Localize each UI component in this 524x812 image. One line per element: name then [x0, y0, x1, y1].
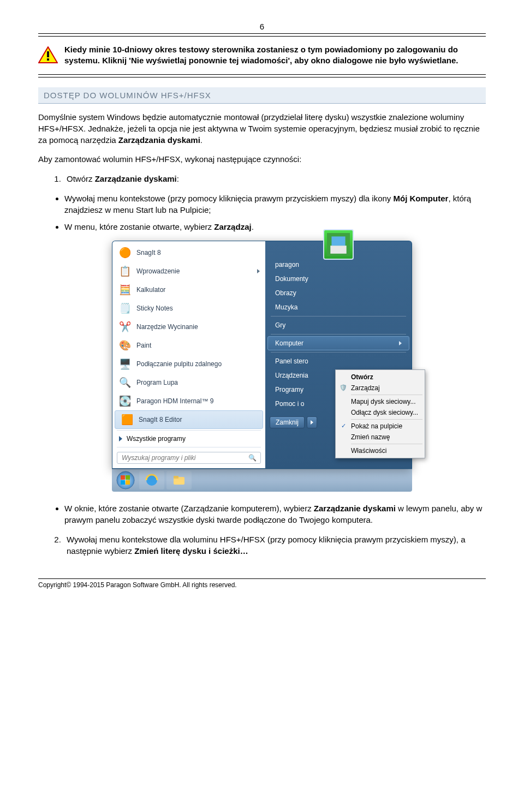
label: Wszystkie programy	[127, 435, 186, 443]
start-menu-screenshot: 🟠SnagIt 8 📋Wprowadzenie 🧮Kalkulator 🗒️St…	[112, 241, 412, 492]
app-icon: 🟠	[118, 246, 132, 260]
svg-rect-10	[126, 480, 130, 485]
start-menu-left: 🟠SnagIt 8 📋Wprowadzenie 🧮Kalkulator 🗒️St…	[112, 241, 265, 468]
divider	[38, 77, 486, 77]
pictures-link[interactable]: Obrazy	[267, 286, 409, 300]
section-header: DOSTĘP DO WOLUMINÓW HFS+/HFSX	[38, 87, 486, 104]
search-input[interactable]	[117, 452, 261, 464]
start-menu-item[interactable]: ✂️Narzędzie Wycinanie	[112, 318, 265, 336]
divider	[38, 74, 486, 75]
label: Kalkulator	[136, 286, 165, 294]
context-menu-disconnect-drive[interactable]: Odłącz dysk sieciowy...	[337, 407, 424, 418]
text-bold: Zarządzania dyskami	[118, 135, 200, 145]
text-bold: Zarządzanie dyskami	[95, 174, 177, 183]
text-bold: Zarządzaj	[214, 222, 251, 231]
text: Domyślnie system Windows będzie automaty…	[38, 112, 480, 145]
text-bold: Mój Komputer	[394, 194, 449, 203]
bullet-item: W menu, które zostanie otwarte, wybierz …	[64, 221, 486, 232]
paint-icon: 🎨	[118, 338, 132, 353]
divider	[271, 316, 406, 317]
control-panel-link[interactable]: Panel stero	[267, 354, 409, 368]
shutdown-button[interactable]: Zamknij	[270, 416, 305, 428]
paragraph: Domyślnie system Windows będzie automaty…	[38, 111, 486, 146]
label: Zarządzaj	[351, 384, 380, 392]
all-programs[interactable]: Wszystkie programy	[112, 432, 265, 446]
taskbar	[112, 469, 412, 492]
documents-link[interactable]: Dokumenty	[267, 272, 409, 286]
magnifier-icon: 🔍	[118, 375, 132, 390]
warning-callout: Kiedy minie 10-dniowy okres testowy ster…	[38, 39, 486, 72]
text-bold: Zmień literę dysku i ścieżki…	[134, 546, 248, 556]
divider	[38, 33, 486, 34]
shutdown-options-button[interactable]	[307, 416, 317, 428]
check-icon: ✓	[339, 422, 348, 431]
remote-desktop-icon: 🖥️	[118, 357, 132, 371]
context-menu-properties[interactable]: Właściwości	[337, 445, 424, 456]
user-picture[interactable]	[323, 229, 354, 260]
svg-rect-5	[331, 236, 345, 246]
footer-copyright: Copyright© 1994-2015 Paragon Software Gm…	[38, 578, 486, 589]
chevron-right-icon	[311, 420, 313, 425]
divider	[117, 430, 261, 431]
svg-rect-4	[330, 246, 346, 254]
start-menu-item[interactable]: 💽Paragon HDM Internal™ 9	[112, 392, 265, 410]
scissors-icon: ✂️	[118, 320, 132, 334]
start-button[interactable]	[114, 470, 137, 490]
app-icon: 📋	[118, 264, 132, 278]
context-menu-map-drive[interactable]: Mapuj dysk sieciowy...	[337, 396, 424, 407]
label: SnagIt 8	[136, 249, 161, 256]
start-menu-item[interactable]: 🔍Program Lupa	[112, 373, 265, 392]
app-icon: 💽	[118, 394, 132, 408]
start-menu-item[interactable]: 🖥️Podłączanie pulpitu zdalnego	[112, 355, 265, 373]
warning-text: Kiedy minie 10-dniowy okres testowy ster…	[64, 44, 486, 67]
context-menu-rename[interactable]: Zmień nazwę	[337, 432, 424, 443]
label: Pokaż na pulpicie	[351, 422, 402, 430]
divider	[271, 334, 406, 335]
computer-link[interactable]: Komputer	[267, 336, 409, 350]
app-icon: 🟧	[120, 413, 134, 427]
calculator-icon: 🧮	[118, 283, 132, 297]
start-menu-item[interactable]: 📋Wprowadzenie	[112, 262, 265, 280]
context-menu-open[interactable]: Otwórz	[337, 372, 424, 383]
text-bold: Zarządzanie dyskami	[314, 504, 396, 513]
text: .	[200, 135, 203, 145]
svg-rect-2	[47, 58, 49, 61]
svg-rect-9	[121, 480, 125, 485]
divider	[117, 447, 261, 447]
label: Komputer	[275, 339, 303, 347]
warning-icon	[38, 46, 58, 64]
start-menu-item[interactable]: 🧮Kalkulator	[112, 280, 265, 299]
label: Program Lupa	[136, 379, 178, 386]
text: .	[252, 222, 254, 231]
context-menu-show-desktop[interactable]: ✓Pokaż na pulpicie	[337, 421, 424, 432]
context-menu: Otwórz 🛡️Zarządzaj Mapuj dysk sieciowy..…	[335, 369, 425, 458]
divider	[38, 36, 486, 37]
start-menu-item-highlighted[interactable]: 🟧SnagIt 8 Editor	[115, 410, 263, 429]
context-menu-manage[interactable]: 🛡️Zarządzaj	[337, 383, 424, 393]
divider	[351, 444, 422, 444]
label: Podłączanie pulpitu zdalnego	[136, 360, 222, 368]
taskbar-ie-button[interactable]	[139, 471, 164, 489]
label: Paint	[136, 342, 151, 349]
divider	[351, 419, 422, 420]
step-2: Wywołaj menu kontekstowe dla woluminu HF…	[63, 534, 486, 557]
svg-rect-7	[121, 475, 125, 480]
music-link[interactable]: Muzyka	[267, 300, 409, 314]
bullet-item: W oknie, które zostanie otwarte (Zarządz…	[64, 503, 486, 526]
svg-rect-8	[126, 475, 130, 480]
label: Narzędzie Wycinanie	[136, 323, 198, 331]
start-menu-item[interactable]: 🟠SnagIt 8	[112, 243, 265, 262]
notes-icon: 🗒️	[118, 301, 132, 315]
text: Wywołaj menu kontekstowe (przy pomocy kl…	[64, 194, 394, 203]
start-menu-item[interactable]: 🗒️Sticky Notes	[112, 299, 265, 318]
text: W oknie, które zostanie otwarte (Zarządz…	[64, 504, 314, 513]
text: Wywołaj menu kontekstowe dla woluminu HF…	[67, 535, 466, 556]
games-link[interactable]: Gry	[267, 318, 409, 332]
divider	[271, 352, 406, 353]
text: :	[177, 174, 179, 183]
divider	[351, 395, 422, 395]
start-menu-item[interactable]: 🎨Paint	[112, 336, 265, 355]
label: Paragon HDM Internal™ 9	[136, 397, 213, 405]
svg-rect-1	[47, 51, 49, 57]
taskbar-explorer-button[interactable]	[166, 471, 192, 489]
